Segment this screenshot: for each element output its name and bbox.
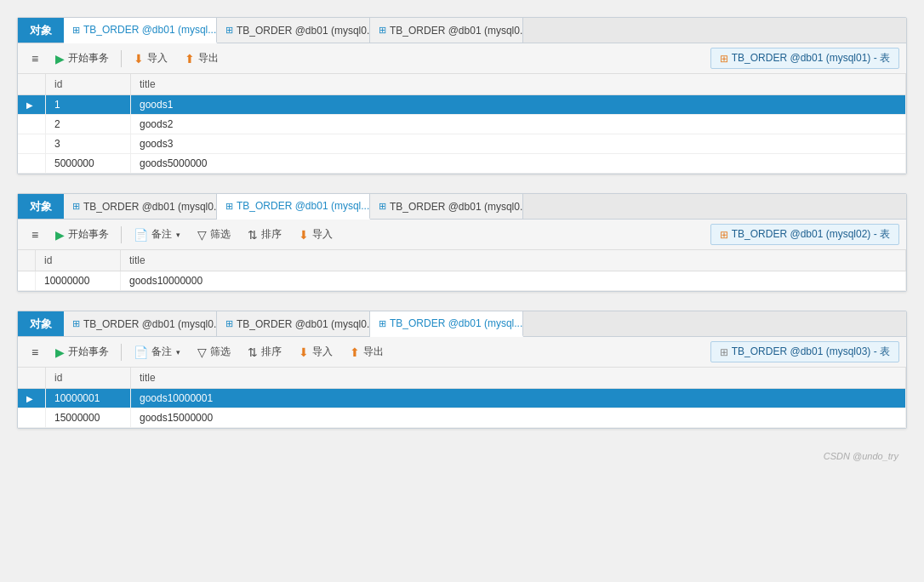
import-icon: ⬇	[299, 345, 309, 359]
play-icon: ▶	[55, 345, 65, 359]
table-row[interactable]: 10000001 goods10000001	[18, 389, 906, 408]
menu-button[interactable]: ≡	[25, 225, 45, 244]
table-row[interactable]: 10000000 goods10000000	[18, 271, 906, 291]
cell-title: goods3	[131, 134, 906, 154]
active-table-label-2: ⊞ TB_ORDER @db01 (mysql02) - 表	[710, 224, 899, 245]
active-table-label-3: ⊞ TB_ORDER @db01 (mysql03) - 表	[710, 341, 899, 362]
tab-2-1[interactable]: ⊞ TB_ORDER @db01 (mysql0...	[64, 194, 217, 219]
object-tab-label: 对象	[30, 199, 52, 214]
table-icon: ⊞	[225, 201, 233, 212]
tab-3-active[interactable]: ⊞ TB_ORDER @db01 (mysql... ✕	[370, 311, 523, 337]
data-table-3: id title 10000001 goods10000001 15000000…	[18, 368, 906, 428]
begin-tx-button[interactable]: ▶ 开始事务	[48, 48, 116, 68]
tab-label: TB_ORDER @db01 (mysql0...	[237, 318, 370, 330]
row-marker	[18, 389, 46, 408]
import-label: 导入	[312, 345, 333, 359]
note-icon: 📄	[134, 228, 148, 242]
filter-label: 筛选	[210, 227, 231, 242]
tab-1-active[interactable]: ⊞ TB_ORDER @db01 (mysql... ✕	[64, 18, 217, 43]
table-icon-small: ⊞	[720, 229, 728, 241]
table-icon: ⊞	[379, 318, 386, 329]
tab-object-2[interactable]: 对象	[18, 194, 64, 219]
tab-label: TB_ORDER @db01 (mysql...	[237, 200, 369, 212]
begin-tx-label: 开始事务	[68, 345, 109, 359]
filter-label: 筛选	[210, 345, 231, 359]
sort-button[interactable]: ⇅ 排序	[241, 225, 288, 244]
export-icon: ⬆	[350, 345, 360, 359]
sort-label: 排序	[261, 345, 282, 359]
import-button[interactable]: ⬇ 导入	[292, 342, 339, 362]
begin-tx-label: 开始事务	[68, 227, 109, 242]
tab-3-2[interactable]: ⊞ TB_ORDER @db01 (mysql0...	[217, 311, 370, 336]
cell-id: 15000000	[46, 408, 131, 428]
import-icon: ⬇	[134, 52, 144, 66]
col-title-header: title	[121, 250, 906, 271]
row-marker	[18, 95, 46, 115]
filter-button[interactable]: ▽ 筛选	[191, 342, 237, 362]
menu-button[interactable]: ≡	[25, 49, 45, 68]
table-icon-small: ⊞	[720, 346, 728, 358]
table-icon: ⊞	[225, 318, 233, 329]
table-row[interactable]: 5000000 goods5000000	[18, 154, 906, 174]
toolbar-3: ≡ ▶ 开始事务 📄 备注 ▾ ▽ 筛选 ⇅ 排序 ⬇ 导入 ⬆ 导出 ⊞	[18, 337, 906, 368]
tab-3-1[interactable]: ⊞ TB_ORDER @db01 (mysql0...	[64, 311, 217, 336]
row-marker	[18, 154, 46, 174]
col-title-header: title	[131, 368, 906, 389]
sort-label: 排序	[261, 227, 282, 242]
tab-1-3[interactable]: ⊞ TB_ORDER @db01 (mysql0...	[370, 18, 523, 43]
cell-id: 2	[46, 115, 131, 134]
begin-tx-label: 开始事务	[68, 51, 109, 66]
begin-tx-button[interactable]: ▶ 开始事务	[48, 342, 116, 362]
export-button[interactable]: ⬆ 导出	[178, 48, 225, 68]
sort-icon: ⇅	[248, 345, 258, 359]
sort-button[interactable]: ⇅ 排序	[241, 342, 288, 362]
table-icon: ⊞	[225, 25, 233, 36]
filter-button[interactable]: ▽ 筛选	[191, 225, 237, 244]
cell-id: 10000001	[46, 389, 131, 408]
menu-button[interactable]: ≡	[25, 343, 45, 362]
menu-icon: ≡	[31, 52, 38, 66]
begin-tx-button[interactable]: ▶ 开始事务	[48, 225, 116, 244]
col-id-header: id	[46, 74, 131, 95]
col-id-header: id	[36, 250, 121, 271]
col-title-header: title	[131, 74, 906, 95]
tab-2-3[interactable]: ⊞ TB_ORDER @db01 (mysql0...	[370, 194, 523, 219]
watermark-text: CSDN @undo_try	[824, 451, 898, 461]
separator	[121, 50, 122, 67]
tab-object-1[interactable]: 对象	[18, 18, 64, 43]
table-row[interactable]: 15000000 goods15000000	[18, 408, 906, 428]
table-row[interactable]: 2 goods2	[18, 115, 906, 134]
note-button[interactable]: 📄 备注 ▾	[127, 225, 187, 244]
tab-object-3[interactable]: 对象	[18, 311, 64, 336]
tab-1-2[interactable]: ⊞ TB_ORDER @db01 (mysql0...	[217, 18, 370, 43]
menu-icon: ≡	[31, 228, 38, 242]
cell-title: goods1	[131, 95, 906, 115]
note-button[interactable]: 📄 备注 ▾	[127, 342, 187, 362]
table-row[interactable]: 1 goods1	[18, 95, 906, 115]
col-id-header: id	[46, 368, 131, 389]
sort-icon: ⇅	[248, 228, 258, 242]
separator	[121, 344, 122, 361]
col-marker	[18, 250, 36, 271]
tab-label: TB_ORDER @db01 (mysql0...	[83, 318, 217, 330]
chevron-down-icon: ▾	[176, 231, 180, 239]
tab-2-active[interactable]: ⊞ TB_ORDER @db01 (mysql... ✕	[217, 194, 370, 220]
table-row[interactable]: 3 goods3	[18, 134, 906, 154]
chevron-down-icon: ▾	[176, 348, 180, 357]
cell-title: goods15000000	[131, 408, 906, 428]
object-tab-label: 对象	[30, 317, 52, 332]
import-label: 导入	[312, 227, 333, 242]
export-label: 导出	[363, 345, 384, 359]
cell-title: goods5000000	[131, 154, 906, 174]
export-label: 导出	[198, 51, 219, 66]
menu-icon: ≡	[31, 345, 38, 359]
cell-id: 10000000	[36, 271, 121, 291]
import-button[interactable]: ⬇ 导入	[292, 225, 339, 244]
row-marker	[18, 271, 36, 291]
tab-label: TB_ORDER @db01 (mysql...	[390, 317, 522, 329]
import-button[interactable]: ⬇ 导入	[127, 48, 174, 68]
import-icon: ⬇	[299, 228, 309, 242]
export-button[interactable]: ⬆ 导出	[343, 342, 391, 362]
panel-3: 对象 ⊞ TB_ORDER @db01 (mysql0... ⊞ TB_ORDE…	[17, 311, 907, 429]
toolbar-2: ≡ ▶ 开始事务 📄 备注 ▾ ▽ 筛选 ⇅ 排序 ⬇ 导入 ⊞ TB_ORDE…	[18, 220, 906, 250]
